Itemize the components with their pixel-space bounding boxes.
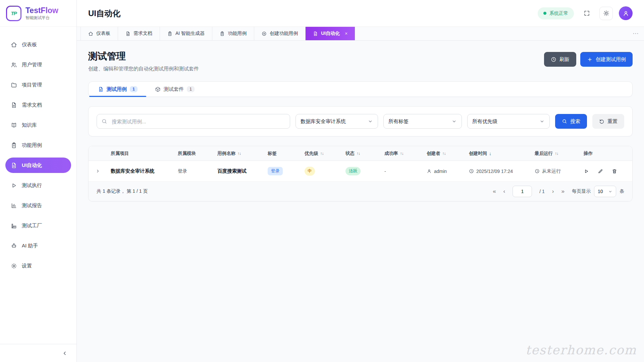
tab-label: 需求文档	[133, 31, 152, 37]
filter-bar: 数据库安全审计系统 所有标签 所有优先级 搜索 重置	[88, 106, 633, 136]
create-button-label: 创建测试用例	[596, 56, 626, 63]
sidebar-item-test-execution[interactable]: 测试执行	[5, 178, 71, 193]
sidebar-item-knowledge[interactable]: 知识库	[5, 117, 71, 133]
tab-create-functional-case[interactable]: 创建功能用例	[254, 27, 306, 40]
table-row: 数据库安全审计系统 登录 百度搜索测试 登录 中 活跃 - ad	[89, 161, 632, 182]
clipboard-icon	[167, 31, 172, 36]
search-button[interactable]: 搜索	[555, 114, 587, 129]
sidebar-item-dashboard[interactable]: 仪表板	[5, 37, 71, 52]
row-expand-icon[interactable]	[95, 169, 100, 174]
project-select-value: 数据库安全审计系统	[301, 118, 346, 125]
per-page-value: 10	[598, 189, 603, 194]
sidebar-item-label: 项目管理	[22, 82, 42, 88]
clipboard-icon	[220, 31, 225, 36]
run-icon[interactable]	[584, 169, 589, 174]
tag-select[interactable]: 所有标签	[383, 114, 462, 129]
tab-test-suites[interactable]: 测试套件 1	[146, 82, 203, 97]
sidebar-item-settings[interactable]: 设置	[5, 258, 71, 274]
tab-ui-automation[interactable]: UI自动化 ×	[306, 27, 355, 40]
file-code-icon	[313, 31, 318, 36]
sidebar-item-test-reports[interactable]: 测试报告	[5, 198, 71, 213]
col-status: 状态 ↑↓	[342, 150, 381, 157]
page-number-input[interactable]	[513, 186, 532, 197]
fullscreen-icon	[584, 10, 590, 16]
tag-badge: 登录	[268, 167, 283, 175]
refresh-button[interactable]: 刷新	[544, 52, 576, 67]
sidebar-item-label: 测试报告	[22, 202, 42, 209]
sidebar-item-ui-automation[interactable]: UI自动化	[5, 158, 71, 173]
sort-icon[interactable]: ↑↓	[400, 151, 404, 156]
plus-circle-icon	[262, 31, 267, 36]
reset-icon	[599, 119, 604, 124]
clock-icon	[469, 169, 474, 174]
create-test-case-button[interactable]: 创建测试用例	[580, 52, 633, 67]
edit-icon[interactable]	[598, 169, 603, 174]
sort-icon[interactable]: ↑↓	[357, 151, 360, 156]
pagination: « ‹ / 1 › » 每页显示 10 条	[493, 186, 624, 197]
col-success-rate: 成功率 ↑↓	[381, 150, 423, 157]
per-page-select[interactable]: 10	[594, 186, 616, 197]
app-logo-text: TP	[7, 7, 20, 20]
watermark: testerhome.com	[526, 343, 637, 357]
col-actions: 操作	[580, 150, 632, 157]
users-icon	[11, 62, 17, 68]
book-icon	[11, 122, 17, 128]
sidebar-item-functional-cases[interactable]: 功能用例	[5, 137, 71, 153]
tab-requirements[interactable]: 需求文档	[118, 27, 160, 40]
sidebar-item-test-factory[interactable]: 测试工厂	[5, 218, 71, 233]
first-page-button[interactable]: «	[493, 188, 496, 195]
theme-toggle-button[interactable]	[599, 7, 613, 20]
tab-dashboard[interactable]: 仪表板	[80, 27, 118, 40]
priority-select[interactable]: 所有优先级	[467, 114, 550, 129]
sidebar-item-projects[interactable]: 项目管理	[5, 77, 71, 93]
delete-icon[interactable]	[612, 169, 617, 174]
table-footer: 共 1 条记录， 第 1 / 1 页 « ‹ / 1 › » 每页显示 10	[89, 182, 632, 201]
priority-select-value: 所有优先级	[472, 118, 497, 125]
sort-desc-icon[interactable]: ↓	[489, 151, 491, 156]
last-page-button[interactable]: »	[561, 188, 565, 195]
brand-subtitle: 智能测试平台	[25, 16, 58, 20]
chevron-down-icon	[608, 189, 612, 194]
total-pages-label: / 1	[539, 189, 545, 194]
tab-close-icon[interactable]: ×	[345, 31, 347, 36]
play-icon	[11, 182, 17, 189]
plus-icon	[587, 57, 593, 62]
sidebar-collapse-button[interactable]	[0, 344, 76, 362]
sort-icon[interactable]: ↑↓	[237, 151, 241, 156]
reset-button[interactable]: 重置	[592, 114, 624, 129]
system-status-badge: 系统正常	[538, 7, 574, 19]
view-tab-label: 测试套件	[164, 86, 184, 93]
fullscreen-button[interactable]	[580, 7, 593, 20]
next-page-button[interactable]: ›	[552, 188, 554, 195]
sidebar-item-requirements[interactable]: 需求文档	[5, 97, 71, 113]
sort-icon[interactable]: ↑↓	[442, 151, 446, 156]
user-avatar[interactable]	[619, 6, 633, 20]
tab-functional-cases[interactable]: 功能用例	[212, 27, 254, 40]
tab-label: 仪表板	[96, 31, 110, 37]
priority-badge: 中	[305, 167, 315, 176]
tab-ai-generator[interactable]: AI 智能生成器	[160, 27, 212, 40]
sun-icon	[603, 10, 609, 16]
sidebar-item-ai-assistant[interactable]: AI 助手	[5, 238, 71, 253]
sort-icon[interactable]: ↑↓	[320, 151, 324, 156]
home-icon	[88, 31, 93, 36]
prev-page-button[interactable]: ‹	[503, 188, 505, 195]
sidebar-item-label: AI 助手	[22, 243, 38, 249]
brand: TP TestFlow 智能测试平台	[0, 0, 76, 27]
sidebar-item-label: 需求文档	[22, 102, 42, 108]
search-input[interactable]	[97, 114, 290, 129]
search-button-label: 搜索	[570, 118, 580, 125]
reset-button-label: 重置	[607, 118, 618, 125]
sidebar-item-label: 功能用例	[22, 142, 42, 148]
tab-test-cases[interactable]: 测试用例 1	[89, 82, 146, 97]
project-select[interactable]: 数据库安全审计系统	[296, 114, 378, 129]
cell-success-rate: -	[381, 169, 423, 174]
tabbar-more-button[interactable]: ⋯	[633, 27, 639, 40]
factory-icon	[11, 223, 17, 229]
sort-icon[interactable]: ↑↓	[555, 151, 558, 156]
workspace-tabbar: 仪表板 需求文档 AI 智能生成器 功能用例 创建功能用例 UI自动化 ×	[77, 27, 644, 41]
search-icon	[562, 119, 567, 124]
page-header: 测试管理 创建、编辑和管理您的自动化测试用例和测试套件 刷新 创建测试用例	[88, 50, 633, 72]
sidebar-item-users[interactable]: 用户管理	[5, 57, 71, 72]
view-tab-count: 1	[187, 86, 195, 92]
